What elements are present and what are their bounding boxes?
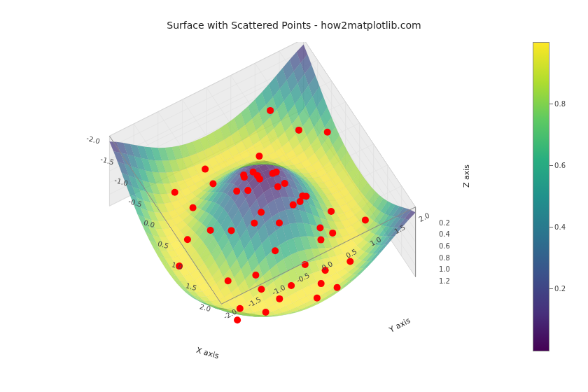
scatter-point <box>334 284 341 291</box>
colorbar-tick-label: 0.4 <box>554 223 566 231</box>
z-tick-label: 1.0 <box>439 265 450 273</box>
scatter-point <box>316 225 323 232</box>
scatter-point <box>172 189 178 196</box>
z-tick-label: 0.4 <box>439 230 450 238</box>
scatter-point <box>328 208 335 215</box>
colorbar-tick-line <box>550 165 553 166</box>
figure: Surface with Scattered Points - how2matp… <box>0 0 588 392</box>
scatter-point <box>288 282 295 289</box>
scatter-point <box>362 216 369 223</box>
colorbar[interactable] <box>533 42 550 351</box>
z-tick-label: 0.8 <box>439 254 450 262</box>
scatter-point <box>324 129 331 136</box>
colorbar-tick-line <box>550 104 553 104</box>
scatter-point <box>262 309 270 316</box>
scatter-point <box>314 295 321 302</box>
scatter-point <box>274 183 281 190</box>
chart-title: Surface with Scattered Points - how2matp… <box>0 20 588 31</box>
axes3d[interactable]: -2.0-1.5-1.0-0.50.00.51.01.52.0-2.0-1.5-… <box>49 42 476 364</box>
scatter-point <box>241 174 248 181</box>
scatter-point <box>244 187 251 194</box>
scatter-point <box>255 153 262 160</box>
scatter-point <box>276 295 283 302</box>
colorbar-tick-label: 0.8 <box>554 100 566 108</box>
z-axis-label: Z axis <box>462 164 471 188</box>
scatter-point <box>228 227 235 234</box>
scatter-point <box>281 180 288 187</box>
scatter-point <box>267 107 274 114</box>
colorbar-tick-label: 0.2 <box>554 285 566 293</box>
scatter-point <box>207 227 214 234</box>
scatter-point <box>190 204 197 211</box>
scatter-point <box>237 305 244 312</box>
scatter-point <box>272 247 279 254</box>
scatter-point <box>290 202 297 209</box>
scatter-point <box>258 286 265 293</box>
colorbar-tick-line <box>550 227 553 227</box>
scatter-point <box>295 127 302 134</box>
scatter-point <box>299 192 306 200</box>
scatter-point <box>184 236 191 243</box>
y-tick-label: 2.0 <box>417 211 430 223</box>
scatter-point <box>209 181 216 188</box>
scatter-point <box>258 209 265 216</box>
colorbar-tick-line <box>550 288 553 289</box>
scatter-point <box>234 316 241 323</box>
scatter-point <box>317 237 324 244</box>
scatter-point <box>202 166 209 173</box>
scatter-point <box>251 220 258 227</box>
scatter-point <box>270 170 276 177</box>
scatter-point <box>225 277 232 284</box>
x-tick-label: -2.0 <box>85 134 101 146</box>
colorbar-tick-label: 0.6 <box>554 162 566 169</box>
z-tick-label: 0.6 <box>439 242 450 250</box>
scatter-point <box>318 280 325 287</box>
scatter-point <box>252 272 259 279</box>
scatter-point <box>250 169 257 176</box>
scatter-point <box>233 188 240 195</box>
z-tick-label: 1.2 <box>439 277 450 285</box>
plot-canvas: -2.0-1.5-1.0-0.50.00.51.01.52.0-2.0-1.5-… <box>49 42 476 364</box>
scatter-point <box>329 230 336 237</box>
scatter-point <box>276 220 283 227</box>
z-tick-label: 0.2 <box>439 219 450 227</box>
